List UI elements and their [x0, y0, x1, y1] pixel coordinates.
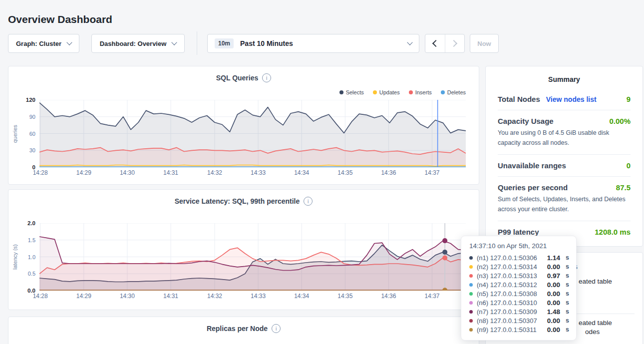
unavailable-ranges-label: Unavailable ranges — [498, 161, 566, 170]
legend-item-inserts[interactable]: Inserts — [409, 89, 432, 95]
x-axis: 14:2814:2914:3014:3114:3214:3314:3414:35… — [39, 293, 466, 301]
tooltip-node-row: (n7) 127.0.0.1:503091.48s — [469, 307, 569, 316]
time-range-label: Past 10 Minutes — [240, 39, 401, 47]
node-latency-value: 0.97 — [547, 272, 560, 280]
summary-panel: Summary Total Nodes View nodes list 9 Ca… — [485, 66, 643, 247]
now-button[interactable]: Now — [470, 34, 499, 53]
tooltip-node-row: (n9) 127.0.0.1:503110.00s — [469, 325, 569, 334]
summary-row-qps: Queries per second 87.5 Sum of Selects, … — [498, 177, 631, 221]
x-tick-label: 14:37 — [425, 169, 440, 176]
legend-item-selects[interactable]: Selects — [339, 89, 364, 95]
info-icon[interactable]: i — [304, 197, 313, 206]
legend-item-updates[interactable]: Updates — [373, 89, 400, 95]
tooltip-node-row: (n3) 127.0.0.1:503130.97s — [469, 271, 569, 280]
chevron-left-icon — [432, 40, 439, 47]
y-axis: 0306090120 — [18, 100, 37, 167]
x-tick-label: 14:37 — [425, 293, 440, 300]
node-latency-value: 0.00 — [547, 317, 560, 325]
chart-title: Service Latency: SQL, 99th percentile — [175, 197, 300, 205]
node-address: (n5) 127.0.0.1:50308 — [477, 290, 543, 298]
legend-label: Updates — [379, 89, 400, 95]
info-icon[interactable]: i — [272, 324, 281, 333]
x-tick-label: 14:35 — [337, 169, 352, 176]
y-axis-label: latency (s) — [11, 223, 18, 291]
node-series-dot-icon — [469, 274, 473, 278]
service-latency-plot[interactable] — [39, 223, 466, 291]
node-latency-unit: s — [566, 254, 569, 261]
time-range-badge: 10m — [215, 38, 234, 48]
capacity-usage-label: Capacity Usage — [498, 117, 554, 125]
legend-dot-icon — [441, 90, 445, 94]
legend-label: Selects — [346, 89, 364, 95]
qps-value: 87.5 — [616, 183, 631, 192]
x-tick-label: 14:31 — [163, 293, 178, 300]
node-series-dot-icon — [469, 301, 473, 305]
y-axis: 0.00.51.01.52.0 — [18, 223, 37, 291]
x-tick-label: 14:32 — [207, 293, 222, 300]
time-next-button[interactable] — [445, 34, 465, 52]
chevron-down-icon — [172, 39, 177, 45]
sql-queries-plot[interactable] — [39, 100, 466, 167]
node-latency-unit: s — [566, 326, 569, 333]
dashboard-dropdown-label: Dashboard: Overview — [100, 40, 167, 47]
page-title: Overview Dashboard — [8, 13, 112, 25]
x-tick-label: 14:34 — [294, 169, 309, 176]
info-icon[interactable]: i — [262, 73, 271, 82]
y-tick-label: 60 — [29, 131, 35, 137]
node-address: (n3) 127.0.0.1:50313 — [477, 272, 543, 280]
tooltip-node-row: (n5) 127.0.0.1:503080.00s — [469, 289, 569, 298]
controls-divider — [197, 31, 197, 55]
node-series-dot-icon — [469, 283, 473, 287]
legend-label: Inserts — [415, 89, 432, 95]
node-series-dot-icon — [469, 265, 473, 269]
x-tick-label: 14:33 — [251, 293, 266, 300]
legend-dot-icon — [339, 90, 343, 94]
summary-row-total-nodes: Total Nodes View nodes list 9 — [498, 88, 631, 110]
p99-latency-label: P99 latency — [498, 228, 539, 236]
event-item[interactable]: odes — [585, 328, 600, 336]
node-latency-unit: s — [566, 263, 569, 270]
node-address: (n8) 127.0.0.1:50307 — [477, 317, 543, 325]
y-tick-label: 30 — [29, 147, 35, 153]
node-address: (n2) 127.0.0.1:50314 — [477, 263, 543, 271]
chart-hover-tooltip: 14:37:10 on Apr 5th, 2021 (n1) 127.0.0.1… — [461, 236, 577, 341]
qps-description: Sum of Selects, Updates, Inserts, and De… — [498, 194, 631, 214]
y-tick-label: 120 — [26, 97, 35, 103]
dashboard-dropdown[interactable]: Dashboard: Overview — [91, 34, 185, 53]
x-tick-label: 14:34 — [294, 293, 309, 300]
replicas-per-node-panel: Replicas per Node i — [8, 317, 479, 344]
qps-label: Queries per second — [498, 183, 568, 192]
x-tick-label: 14:29 — [76, 169, 91, 176]
chart-legend: SelectsUpdatesInsertsDeletes — [339, 89, 466, 95]
tooltip-timestamp: 14:37:10 on Apr 5th, 2021 — [469, 242, 569, 250]
time-prev-button[interactable] — [425, 34, 445, 52]
tooltip-node-row: (n2) 127.0.0.1:503140.00s — [469, 262, 569, 271]
node-latency-unit: s — [566, 308, 569, 315]
graph-dropdown-label: Graph: Cluster — [16, 40, 61, 47]
legend-dot-icon — [373, 90, 377, 94]
graph-dropdown[interactable]: Graph: Cluster — [8, 34, 79, 53]
node-latency-unit: s — [566, 272, 569, 279]
event-item[interactable]: eated table — [579, 319, 612, 327]
sql-queries-panel: SQL Queries i SelectsUpdatesInsertsDelet… — [8, 66, 479, 185]
y-tick-label: 90 — [29, 114, 35, 120]
y-tick-label: 2.0 — [27, 220, 35, 226]
tooltip-node-row: (n6) 127.0.0.1:503100.00s — [469, 298, 569, 307]
p99-latency-value: 1208.0 ms — [595, 228, 631, 236]
legend-item-deletes[interactable]: Deletes — [441, 89, 466, 95]
time-range-picker[interactable]: 10m Past 10 Minutes — [207, 34, 419, 53]
chevron-right-icon — [450, 40, 457, 47]
legend-dot-icon — [409, 90, 413, 94]
node-latency-value: 0.00 — [547, 281, 560, 289]
x-axis: 14:2814:2914:3014:3114:3214:3314:3414:35… — [39, 169, 466, 177]
node-latency-value: 0.00 — [547, 263, 560, 271]
capacity-usage-description: You are using 0 B of 4.5 GiB usable disk… — [498, 128, 631, 148]
legend-label: Deletes — [447, 89, 466, 95]
node-latency-unit: s — [566, 290, 569, 297]
event-item[interactable]: eated table — [579, 278, 612, 285]
x-tick-label: 14:30 — [120, 169, 135, 176]
node-latency-value: 0.00 — [547, 290, 560, 298]
chevron-down-icon — [66, 39, 72, 45]
capacity-usage-value: 0.00% — [609, 117, 631, 125]
view-nodes-list-link[interactable]: View nodes list — [546, 95, 621, 103]
